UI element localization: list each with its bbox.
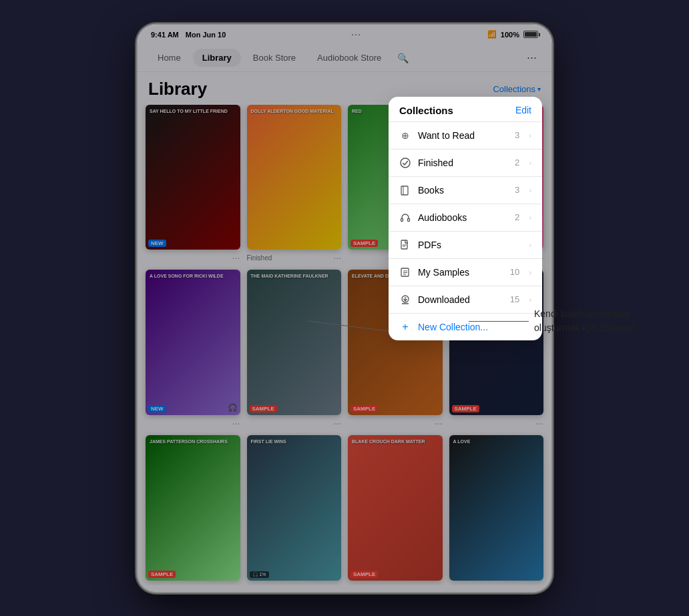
callout-text: Kendi koleksiyonunuzu oluşturmak için do… bbox=[529, 307, 649, 335]
chevron-right-icon: › bbox=[529, 241, 531, 249]
collection-books[interactable]: Books 3 › bbox=[389, 177, 542, 204]
pdf-icon bbox=[399, 239, 411, 251]
samples-icon bbox=[399, 266, 411, 278]
checkmark-icon bbox=[399, 157, 411, 169]
book-icon bbox=[399, 184, 411, 196]
chevron-right-icon: › bbox=[529, 268, 531, 276]
dropdown-header: Collections Edit bbox=[389, 97, 542, 122]
chevron-right-icon: › bbox=[529, 159, 531, 167]
svg-rect-4 bbox=[408, 218, 410, 221]
download-icon bbox=[399, 294, 411, 306]
collection-want-to-read[interactable]: ⊕ Want to Read 3 › bbox=[389, 122, 542, 149]
svg-rect-3 bbox=[401, 218, 403, 221]
svg-point-0 bbox=[401, 158, 410, 168]
chevron-right-icon: › bbox=[529, 296, 531, 304]
chevron-right-icon: › bbox=[529, 186, 531, 194]
dropdown-title: Collections bbox=[399, 105, 453, 116]
chevron-right-icon: › bbox=[529, 214, 531, 222]
edit-button[interactable]: Edit bbox=[515, 105, 531, 115]
collection-pdfs[interactable]: PDFs › bbox=[389, 232, 542, 259]
collection-audiobooks[interactable]: Audiobooks 2 › bbox=[389, 204, 542, 232]
headphone-icon bbox=[399, 212, 411, 224]
plus-icon: + bbox=[399, 321, 411, 333]
svg-rect-1 bbox=[401, 186, 408, 195]
chevron-right-icon: › bbox=[529, 131, 531, 139]
collection-finished[interactable]: Finished 2 › bbox=[389, 149, 542, 177]
collection-my-samples[interactable]: My Samples 10 › bbox=[389, 259, 542, 286]
collections-dropdown: Collections Edit ⊕ Want to Read 3 › Fini… bbox=[389, 97, 542, 340]
callout-line bbox=[469, 321, 529, 322]
circle-plus-icon: ⊕ bbox=[399, 129, 411, 141]
